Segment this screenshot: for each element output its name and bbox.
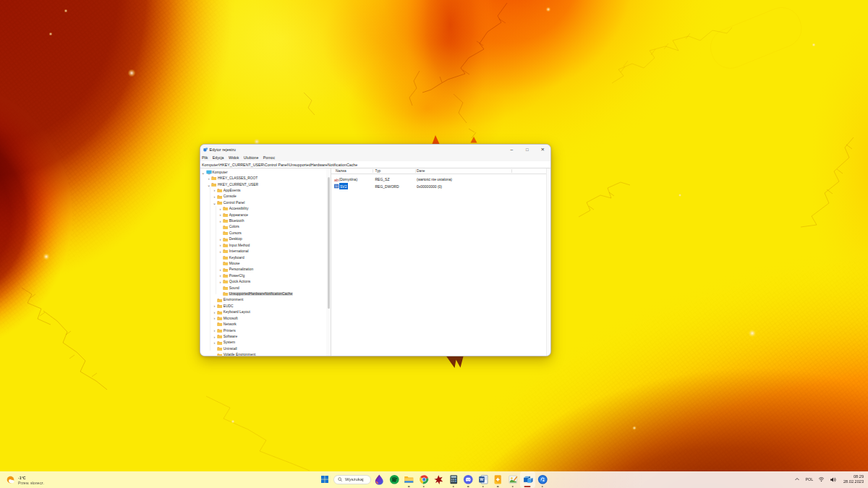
svg-text:W: W: [480, 477, 484, 481]
svg-text:10: 10: [334, 185, 338, 189]
svg-text:ab: ab: [334, 178, 339, 182]
